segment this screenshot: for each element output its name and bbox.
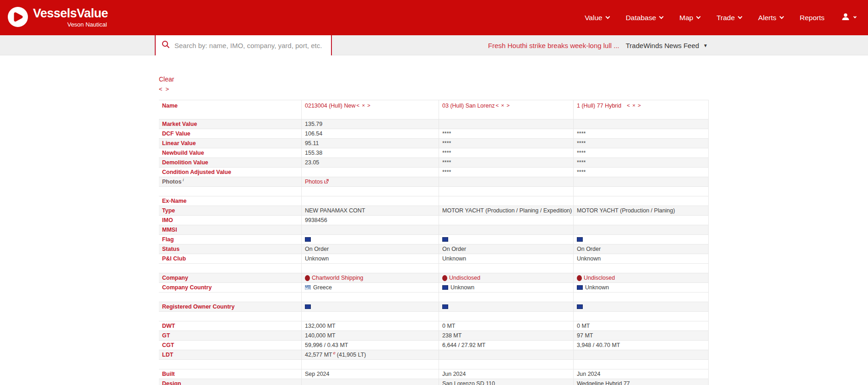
cell-empty (573, 119, 709, 129)
cell-value: Wedgeline Hybrid 77 (577, 380, 630, 385)
table-row: DesignSan Lorenzo SD 110Wedgeline Hybrid… (159, 379, 708, 385)
cell-value: **** (442, 130, 451, 137)
cell-empty (439, 293, 573, 302)
nav-item-database[interactable]: Database (626, 14, 663, 22)
row-label-cell: Linear Value (159, 139, 301, 148)
row-label-cell: IMO (159, 216, 301, 225)
cell-value: 135.79 (305, 121, 322, 127)
row-label-cell: DCF Value (159, 129, 301, 138)
spacer-row (159, 264, 708, 273)
cell-empty (439, 187, 573, 196)
cell-value: 3,948 / 40.70 MT (577, 342, 620, 348)
vessel-controls[interactable]: < × > (356, 103, 371, 108)
brand-title: VesselsValue (33, 7, 108, 20)
vessel-controls[interactable]: < × > (496, 103, 510, 108)
row-label: Built (162, 371, 175, 377)
cell-empty (573, 264, 709, 273)
row-label: Status (162, 246, 179, 252)
row-label: Type (162, 207, 175, 214)
country-name: Unknown (585, 284, 609, 291)
photos-link-label: Photos (305, 179, 323, 185)
cell-empty (573, 360, 709, 369)
clear-button[interactable]: Clear (159, 76, 174, 83)
row-label: GT (162, 332, 170, 339)
row-label-cell: Company (159, 273, 301, 282)
cell-value: 9938456 (305, 217, 327, 223)
table-row: P&I ClubUnknownUnknownUnknown (159, 254, 708, 264)
table-row: CGT59,996 / 0.43 MT6,644 / 27.92 MT3,948… (159, 341, 708, 350)
cell-empty (573, 187, 709, 196)
newsfeed-dropdown[interactable]: TradeWinds News Feed ▼ (626, 42, 708, 49)
nav-item-value[interactable]: Value (585, 14, 609, 22)
cell-empty (301, 379, 439, 385)
cell-value: **** (577, 140, 586, 146)
company-link[interactable]: Undisclosed (449, 275, 480, 281)
cell-empty (573, 216, 709, 225)
flag-icon (577, 304, 583, 309)
row-label-cell (159, 293, 301, 302)
dropdown-arrow-icon: ▼ (703, 43, 708, 48)
search-icon (162, 40, 170, 50)
company-link[interactable]: Chartworld Shipping (312, 275, 363, 281)
country-flag-icon (577, 285, 583, 290)
cell-value: 140,000 MT (305, 332, 336, 339)
nav-item-label: Trade (716, 14, 735, 22)
table-body: Market Value135.79DCF Value106.54*******… (159, 119, 708, 385)
vessel-name-link[interactable]: 03 (Hull) San Lorenz (442, 103, 495, 109)
cell-empty (573, 293, 709, 302)
nav-item-alerts[interactable]: Alerts (758, 14, 783, 22)
cell-empty (439, 119, 573, 129)
company-link[interactable]: Undisclosed (584, 275, 615, 281)
row-label-cell: MMSI (159, 225, 301, 234)
cell-value: 6,644 / 27.92 MT (442, 342, 486, 348)
vessel-name-link[interactable]: 0213004 (Hull) New (305, 103, 355, 109)
nav-item-reports[interactable]: Reports (800, 14, 825, 22)
cell-value: **** (442, 159, 451, 166)
row-label: DCF Value (162, 130, 190, 137)
nav-item-map[interactable]: Map (679, 14, 700, 22)
spacer-row (159, 187, 708, 196)
cell-empty (439, 264, 573, 273)
table-row: Linear Value95.11******** (159, 139, 708, 148)
info-sup-icon: i (183, 178, 184, 182)
main-content: Clear < > Name 0213004 (Hull) New < × > … (0, 55, 868, 385)
search-box[interactable] (155, 35, 332, 55)
row-label-cell (159, 312, 301, 321)
cell-value: **** (577, 150, 586, 156)
vessel-name-link[interactable]: 1 (Hull) 77 Hybrid (577, 103, 621, 109)
cell-value: 97 MT (577, 332, 593, 339)
table-row: IMO9938456 (159, 216, 708, 225)
chevron-down-icon (696, 15, 701, 19)
vessel-comparison-table: Name 0213004 (Hull) New < × > 03 (Hull) … (159, 100, 709, 385)
ldt-value: 42,577 MT (305, 352, 332, 358)
cell-value: On Order (305, 246, 329, 252)
nav-item-label: Alerts (758, 14, 776, 22)
row-label: Photos (162, 179, 181, 185)
vessel-controls[interactable]: < × > (627, 103, 641, 108)
cell-value: 106.54 (305, 130, 322, 137)
nav-item-label: Database (626, 14, 656, 22)
brand-logo[interactable]: VesselsValue Veson Nautical (7, 6, 108, 29)
table-row: Condition Adjusted Value******** (159, 168, 708, 177)
cell-empty (301, 264, 439, 273)
nav-user-menu[interactable] (841, 12, 856, 23)
row-label: Newbuild Value (162, 150, 204, 156)
news-headline-link[interactable]: Fresh Houthi strike breaks week-long lul… (488, 42, 619, 49)
vessel-pager: < > (159, 86, 169, 92)
table-row: Newbuild Value155.38******** (159, 148, 708, 158)
company-dot-icon (442, 275, 447, 281)
pager-next-button[interactable]: > (166, 86, 169, 92)
cell-empty (439, 177, 573, 186)
pager-prev-button[interactable]: < (159, 86, 163, 92)
news-feed: Fresh Houthi strike breaks week-long lul… (488, 35, 708, 55)
cell-value: MOTOR YACHT (Production / Planing) (577, 207, 675, 214)
search-input[interactable] (174, 42, 331, 49)
main-nav: Value Database Map Trade Alerts Reports (585, 12, 868, 23)
row-label: P&I Club (162, 255, 186, 262)
row-label-cell: Design (159, 379, 301, 385)
photos-link[interactable]: Photos (305, 179, 329, 185)
cell-value: 0 MT (442, 323, 455, 329)
cell-value: **** (442, 169, 451, 175)
table-row: Market Value135.79 (159, 119, 708, 129)
nav-item-trade[interactable]: Trade (716, 14, 742, 22)
